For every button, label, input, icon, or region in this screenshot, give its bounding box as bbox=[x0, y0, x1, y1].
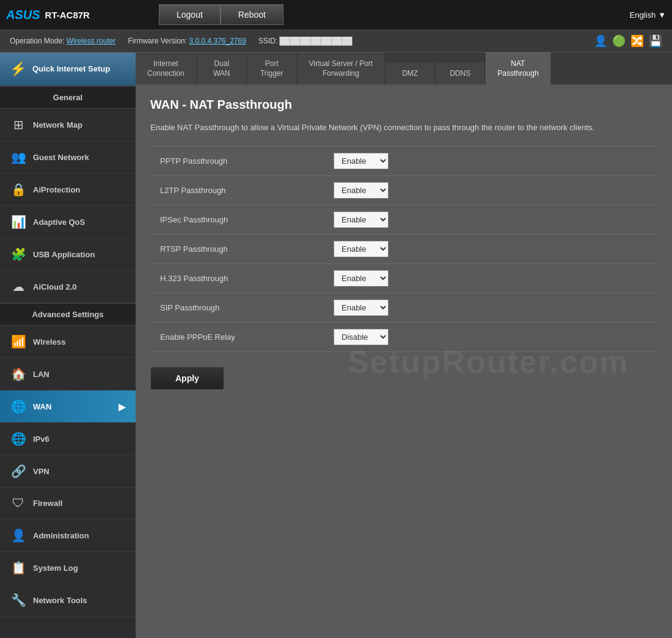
active-arrow-icon: ▶ bbox=[119, 401, 126, 413]
apply-button[interactable]: Apply bbox=[150, 367, 224, 390]
setting-select-3[interactable]: EnableDisable bbox=[334, 241, 389, 257]
guest-network-label: Guest Network bbox=[33, 153, 89, 162]
apply-btn-row: Apply bbox=[150, 367, 657, 390]
settings-row-6: Enable PPPoE RelayDisableEnable bbox=[150, 323, 657, 352]
adaptive-qos-label: Adaptive QoS bbox=[33, 218, 85, 227]
vpn-label: VPN bbox=[33, 467, 49, 476]
wan-icon: 🌐 bbox=[10, 399, 27, 414]
reboot-button[interactable]: Reboot bbox=[221, 4, 283, 25]
wireless-icon: 📶 bbox=[10, 334, 27, 349]
asus-logo: ASUS bbox=[6, 8, 40, 22]
infobar: Operation Mode: Wireless router Firmware… bbox=[0, 29, 672, 53]
adaptive-qos-icon: 📊 bbox=[10, 215, 27, 229]
setting-label-4: H.323 Passthrough bbox=[150, 274, 334, 283]
page-content: SetupRouter.com WAN - NAT Passthrough En… bbox=[136, 86, 672, 638]
setting-select-0[interactable]: EnableDisable bbox=[334, 153, 389, 169]
setting-label-1: L2TP Passthrough bbox=[150, 186, 334, 195]
sidebar-item-aicloud[interactable]: ☁ AiCloud 2.0 bbox=[0, 271, 136, 303]
tab-internet-connection[interactable]: Internet Connection bbox=[136, 53, 196, 84]
tab-dual-wan[interactable]: Dual WAN bbox=[197, 53, 246, 84]
system-log-label: System Log bbox=[33, 563, 78, 573]
setting-select-5[interactable]: EnableDisable bbox=[334, 299, 389, 316]
sidebar-item-system-log[interactable]: 📋 System Log bbox=[0, 552, 136, 584]
page-title: WAN - NAT Passthrough bbox=[150, 98, 657, 112]
sidebar-item-firewall[interactable]: 🛡 Firewall bbox=[0, 488, 136, 519]
setting-control-1: EnableDisable bbox=[334, 182, 389, 199]
infobar-icons: 👤 🟢 🔀 💾 bbox=[594, 34, 662, 48]
language-selector[interactable]: English ▼ bbox=[629, 10, 666, 20]
settings-row-5: SIP PassthroughEnableDisable bbox=[150, 293, 657, 323]
content-area: Internet ConnectionDual WANPort TriggerV… bbox=[136, 53, 672, 638]
firmware-version: Firmware Version: 3.0.0.4.376_2769 bbox=[128, 37, 246, 45]
aicloud-icon: ☁ bbox=[10, 279, 27, 294]
setting-control-2: EnableDisable bbox=[334, 211, 389, 228]
topbar: ASUS RT-AC87R Logout Reboot English ▼ bbox=[0, 0, 672, 29]
setting-control-4: EnableDisable bbox=[334, 270, 389, 287]
firmware-link[interactable]: 3.0.0.4.376_2769 bbox=[189, 37, 246, 45]
advanced-section-header: Advanced Settings bbox=[0, 303, 136, 326]
firewall-icon: 🛡 bbox=[10, 496, 27, 510]
ssid-display: SSID: ██████████████ bbox=[258, 37, 352, 45]
setting-select-6[interactable]: DisableEnable bbox=[334, 329, 389, 345]
tab-bar: Internet ConnectionDual WANPort TriggerV… bbox=[136, 53, 672, 86]
sidebar-item-network-map[interactable]: ⊞ Network Map bbox=[0, 109, 136, 141]
usb-application-icon: 🧩 bbox=[10, 247, 27, 262]
status-icon[interactable]: 🟢 bbox=[612, 34, 626, 48]
usb-application-label: USB Application bbox=[33, 250, 95, 259]
setting-label-6: Enable PPPoE Relay bbox=[150, 332, 334, 342]
setting-select-4[interactable]: EnableDisable bbox=[334, 270, 389, 287]
network-tools-icon: 🔧 bbox=[10, 593, 27, 607]
sidebar-item-administration[interactable]: 👤 Administration bbox=[0, 519, 136, 552]
operation-mode: Operation Mode: Wireless router bbox=[10, 37, 115, 45]
settings-row-0: PPTP PassthroughEnableDisable bbox=[150, 146, 657, 176]
sidebar-item-wireless[interactable]: 📶 Wireless bbox=[0, 326, 136, 358]
aicloud-label: AiCloud 2.0 bbox=[33, 282, 77, 292]
vpn-icon: 🔗 bbox=[10, 464, 27, 479]
sidebar-item-lan[interactable]: 🏠 LAN bbox=[0, 358, 136, 391]
quick-setup-label: Quick Internet Setup bbox=[32, 64, 110, 75]
op-mode-link[interactable]: Wireless router bbox=[67, 37, 116, 45]
sidebar-item-usb-application[interactable]: 🧩 USB Application bbox=[0, 238, 136, 271]
logout-button[interactable]: Logout bbox=[159, 4, 221, 25]
tab-ddns[interactable]: DDNS bbox=[436, 62, 484, 85]
aiprotection-label: AiProtection bbox=[33, 185, 80, 194]
setting-select-2[interactable]: EnableDisable bbox=[334, 211, 389, 228]
sidebar-item-adaptive-qos[interactable]: 📊 Adaptive QoS bbox=[0, 206, 136, 238]
tab-nat-passthrough[interactable]: NAT Passthrough bbox=[486, 53, 550, 86]
setting-control-5: EnableDisable bbox=[334, 299, 389, 316]
sidebar-item-wan[interactable]: 🌐 WAN▶ bbox=[0, 391, 136, 423]
sidebar-item-guest-network[interactable]: 👥 Guest Network bbox=[0, 141, 136, 174]
setting-label-5: SIP Passthrough bbox=[150, 303, 334, 312]
settings-row-4: H.323 PassthroughEnableDisable bbox=[150, 264, 657, 293]
tab-virtual-server[interactable]: Virtual Server / Port Forwarding bbox=[298, 53, 384, 84]
setting-control-6: DisableEnable bbox=[334, 329, 389, 345]
network-tools-label: Network Tools bbox=[33, 596, 87, 605]
firewall-label: Firewall bbox=[33, 499, 62, 508]
ipv6-icon: 🌐 bbox=[10, 431, 27, 446]
sidebar-item-ipv6[interactable]: 🌐 IPv6 bbox=[0, 423, 136, 455]
settings-row-1: L2TP PassthroughEnableDisable bbox=[150, 176, 657, 205]
wireless-label: Wireless bbox=[33, 337, 65, 346]
save-icon[interactable]: 💾 bbox=[649, 34, 662, 48]
aiprotection-icon: 🔒 bbox=[10, 182, 27, 197]
page-description: Enable NAT Passthrough to allow a Virtua… bbox=[150, 122, 657, 134]
settings-row-2: IPSec PassthroughEnableDisable bbox=[150, 205, 657, 235]
chevron-down-icon: ▼ bbox=[658, 10, 666, 20]
sidebar-item-vpn[interactable]: 🔗 VPN bbox=[0, 455, 136, 488]
quick-internet-setup[interactable]: ⚡ Quick Internet Setup bbox=[0, 53, 136, 86]
users-icon[interactable]: 👤 bbox=[594, 34, 607, 48]
setting-control-3: EnableDisable bbox=[334, 241, 389, 257]
tab-dmz[interactable]: DMZ bbox=[385, 62, 434, 85]
advanced-items: 📶 Wireless🏠 LAN🌐 WAN▶🌐 IPv6🔗 VPN🛡 Firewa… bbox=[0, 326, 136, 617]
setting-label-0: PPTP Passthrough bbox=[150, 156, 334, 166]
setting-label-3: RTSP Passthrough bbox=[150, 244, 334, 254]
tab-port-trigger[interactable]: Port Trigger bbox=[247, 53, 296, 84]
share-icon[interactable]: 🔀 bbox=[630, 34, 644, 48]
administration-icon: 👤 bbox=[10, 528, 27, 543]
sidebar-item-aiprotection[interactable]: 🔒 AiProtection bbox=[0, 174, 136, 206]
general-items: ⊞ Network Map👥 Guest Network🔒 AiProtecti… bbox=[0, 109, 136, 303]
general-section-header: General bbox=[0, 86, 136, 109]
setting-select-1[interactable]: EnableDisable bbox=[334, 182, 389, 199]
settings-container: PPTP PassthroughEnableDisableL2TP Passth… bbox=[150, 146, 657, 352]
sidebar-item-network-tools[interactable]: 🔧 Network Tools bbox=[0, 584, 136, 617]
